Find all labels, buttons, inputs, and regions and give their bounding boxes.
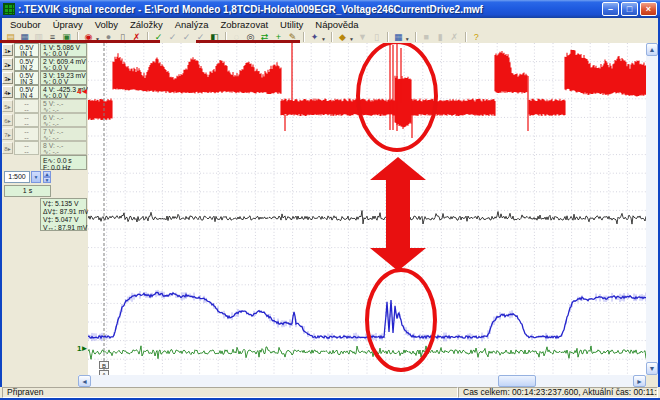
- pause-playback-button: ▮: [434, 32, 447, 43]
- menu-item-utility[interactable]: Utility: [274, 19, 309, 30]
- delete-bookmark-icon: ▯: [374, 33, 379, 42]
- toolbar-separator: [387, 32, 389, 42]
- cursor-measurements-box: V‡: 5.135 VΔV‡: 87.91 mVV‡: 5.047 VV↔: 8…: [40, 198, 87, 231]
- bookmarks-icon: ◆: [339, 33, 346, 42]
- table-view-dropdown-caret[interactable]: ▼: [405, 36, 410, 42]
- toolbar-separator: [415, 32, 417, 42]
- horizontal-scroll-thumb[interactable]: [498, 375, 536, 387]
- record-overview-segment: [196, 40, 300, 43]
- window-controls: –□×: [602, 2, 657, 16]
- menu-item-zobrazovat[interactable]: Zobrazovat: [215, 19, 275, 30]
- channel-5-range[interactable]: ----: [14, 99, 39, 113]
- channel-4-select-button[interactable]: 4▸: [2, 86, 13, 98]
- menu-item-volby[interactable]: Volby: [89, 19, 124, 30]
- measurement-line: V↔: 87.91 mV: [43, 224, 86, 232]
- channel-1-row: 1▸0.5VIN 11 V: 5.086 V∿: 0.0 V: [2, 43, 87, 57]
- check-option-2-icon: ✓: [183, 33, 191, 42]
- channel-3-row: 3▸0.5VIN 33 V: 19.23 mV∿: 0.0 V: [2, 71, 87, 85]
- signal-chart[interactable]: BA: [88, 43, 646, 375]
- channel-1-range[interactable]: 0.5VIN 1: [14, 43, 39, 57]
- horizontal-scrollbar[interactable]: [78, 375, 646, 387]
- menu-item-záložky[interactable]: Záložky: [124, 19, 169, 30]
- menu-item-nápověda[interactable]: Nápověda: [309, 19, 364, 30]
- check-option-2-button[interactable]: ✓: [180, 32, 193, 43]
- scroll-up-button[interactable]: ▲: [646, 43, 658, 56]
- channel-2-readout: 2 V: 609.4 mV∿: 0.0 V: [40, 57, 87, 71]
- menu-item-soubor[interactable]: Soubor: [4, 19, 47, 30]
- scroll-down-button[interactable]: ▼: [646, 362, 658, 375]
- check-option-1-button[interactable]: ✓: [166, 32, 179, 43]
- measurement-line: ΔV‡: 87.91 mV: [43, 208, 86, 216]
- table-view-icon: ▦: [394, 33, 403, 42]
- scrollbar-corner: [646, 375, 658, 387]
- channel-5-select-button[interactable]: 5▸: [2, 100, 13, 112]
- channel-4-range[interactable]: 0.5VIN 4: [14, 85, 39, 99]
- channel-1-readout: 1 V: 5.086 V∿: 0.0 V: [40, 43, 87, 57]
- waveform-svg: [88, 43, 646, 375]
- tools-dropdown-caret[interactable]: ▼: [321, 36, 326, 42]
- compression-ratio-select[interactable]: 1:500: [4, 171, 30, 183]
- scroll-right-button[interactable]: ►: [633, 375, 646, 387]
- timebase-box[interactable]: 1 s: [4, 185, 51, 197]
- toolbar-separator: [303, 32, 305, 42]
- channel-panel: 1▸0.5VIN 11 V: 5.086 V∿: 0.0 V2▸0.5VIN 2…: [2, 43, 87, 375]
- close-button[interactable]: ×: [640, 2, 657, 16]
- channel-3-readout: 3 V: 19.23 mV∿: 0.0 V: [40, 71, 87, 85]
- ratio-spin-down[interactable]: ▼: [43, 177, 51, 183]
- channel-6-range[interactable]: ----: [14, 113, 39, 127]
- prev-bookmark-button: ▼: [356, 32, 369, 43]
- toolbar-separator: [331, 32, 333, 42]
- bookmarks-dropdown-caret[interactable]: ▼: [349, 36, 354, 42]
- channel-1-zero-marker[interactable]: 1►: [77, 345, 87, 353]
- tools-icon: ✦: [311, 33, 319, 42]
- titlebar[interactable]: :.TEXVIK signal recorder - E:\Ford Monde…: [0, 0, 660, 18]
- maximize-button[interactable]: □: [621, 2, 638, 16]
- cancel-icon: ✗: [451, 33, 459, 42]
- menu-item-úpravy[interactable]: Úpravy: [47, 19, 89, 30]
- menu-item-analýza[interactable]: Analýza: [169, 19, 215, 30]
- bookmarks-button[interactable]: ◆: [336, 32, 349, 43]
- statusbar: Připraven Čas celkem: 00:14:23:237.600, …: [0, 387, 660, 398]
- annotation-double-arrow: [370, 157, 426, 271]
- ratio-dropdown-button[interactable]: ▼: [31, 171, 41, 183]
- channel-7-range[interactable]: ----: [14, 127, 39, 141]
- app-icon: [3, 3, 15, 15]
- minimize-button[interactable]: –: [602, 2, 619, 16]
- channel-7-select-button[interactable]: 7▸: [2, 128, 13, 140]
- channel-8-input-label: --: [15, 149, 38, 155]
- stop-playback-icon: ■: [424, 33, 429, 42]
- toolbar-separator: [465, 32, 467, 42]
- channel-2-select-button[interactable]: 2▸: [2, 58, 13, 70]
- tools-button[interactable]: ✦: [308, 32, 321, 43]
- window-title: :.TEXVIK signal recorder - E:\Ford Monde…: [18, 4, 599, 15]
- channel-7-readout: 7 V: -.-∿: -.-: [40, 127, 87, 141]
- channel-6-row: 6▸----6 V: -.-∿: -.-: [2, 113, 87, 127]
- delete-bookmark-button: ▯: [370, 32, 383, 43]
- channel-8-select-button[interactable]: 8▸: [2, 142, 13, 154]
- pause-playback-icon: ▮: [438, 33, 443, 42]
- channel-1-select-button[interactable]: 1▸: [2, 44, 13, 56]
- vertical-scrollbar[interactable]: [646, 43, 658, 375]
- channel-4-zero-marker[interactable]: 4◄: [77, 88, 87, 96]
- check-option-1-icon: ✓: [169, 33, 177, 42]
- channel-5-row: 5▸----5 V: -.-∿: -.-: [2, 99, 87, 113]
- channel-7-row: 7▸----7 V: -.-∿: -.-: [2, 127, 87, 141]
- measurement-line: V‡: 5.047 V: [43, 216, 86, 224]
- channel-2-range[interactable]: 0.5VIN 2: [14, 57, 39, 71]
- application-window: { "window": { "title": ":.TEXVIK signal …: [0, 0, 660, 400]
- channel-6-select-button[interactable]: 6▸: [2, 114, 13, 126]
- table-view-button[interactable]: ▦: [392, 32, 405, 43]
- event-time-label: E∿: 0.0 s: [43, 157, 86, 164]
- channel-4-row: 4▸0.5VIN 44 V: -425.3 mV∿: 0.0 V: [2, 85, 87, 99]
- cursor-b-flag[interactable]: B: [99, 361, 109, 369]
- cancel-button: ✗: [448, 32, 461, 43]
- channel-8-row: 8▸----8 V: -.-∿: -.-: [2, 141, 87, 155]
- measurement-line: V‡: 5.135 V: [43, 200, 86, 208]
- record-overview-segment: [0, 40, 160, 43]
- channel-3-range[interactable]: 0.5VIN 3: [14, 71, 39, 85]
- scroll-left-button[interactable]: ◄: [78, 375, 91, 387]
- menubar: SouborÚpravyVolbyZáložkyAnalýzaZobrazova…: [2, 18, 658, 31]
- channel-3-select-button[interactable]: 3▸: [2, 72, 13, 84]
- help-button[interactable]: ?: [470, 32, 483, 43]
- channel-8-range[interactable]: ----: [14, 141, 39, 155]
